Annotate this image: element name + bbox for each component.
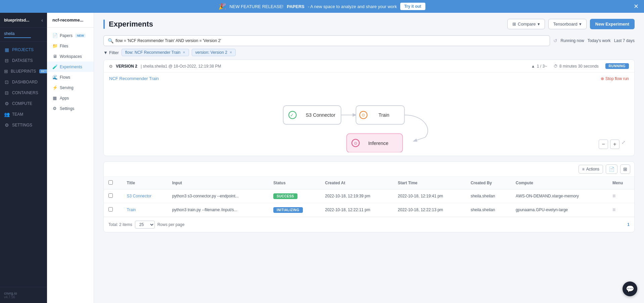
sidebar-item-datasets[interactable]: ⊟ DATASETS	[0, 55, 47, 66]
svg-text:✓: ✓	[290, 113, 294, 118]
secondary-item-flows[interactable]: 🌊 Flows	[47, 72, 94, 82]
settings-nav-icon: ⚙	[52, 106, 57, 111]
secondary-item-serving[interactable]: ⚡ Serving	[47, 82, 94, 93]
row-compute: AWS-ON-DEMAND.xlarge-memory	[511, 189, 608, 203]
chat-bubble[interactable]: 💬	[623, 281, 637, 296]
banner-icon: 🎉	[219, 3, 226, 10]
table-body: S3 Connector python3 s3-connector.py --e…	[104, 189, 634, 217]
row-checkbox[interactable]	[108, 193, 113, 198]
secondary-item-apps[interactable]: ▦ Apps	[47, 93, 94, 103]
sidebar-item-blueprints[interactable]: ⊞ BLUEPRINTS BETA	[0, 66, 47, 77]
row-compute: gpunaama.GPU-evelyn-large	[511, 203, 608, 217]
remove-filter-flow[interactable]: ×	[183, 50, 185, 55]
actions-button[interactable]: ≡ Actions	[579, 165, 603, 174]
secondary-sidebar: ncf-recomme... 📄 Papers NEW 📁 Files 🖥 Wo…	[47, 13, 94, 303]
total-label: Total: 2 items	[108, 222, 132, 227]
zoom-in-button[interactable]: +	[610, 140, 619, 149]
search-box[interactable]: 🔍	[103, 35, 550, 46]
filter-button[interactable]: ▼ Filter	[103, 50, 119, 55]
sidebar-item-team[interactable]: 👥 TEAM	[0, 109, 47, 120]
col-created-by: Created By	[466, 177, 511, 189]
team-icon: 👥	[4, 112, 9, 117]
col-created-at: Created At	[320, 177, 393, 189]
sidebar-item-label: CONTAINERS	[12, 90, 38, 95]
secondary-item-workspaces[interactable]: 🖥 Workspaces	[47, 51, 94, 62]
table-toolbar: ≡ Actions 📄 ⊞	[104, 162, 634, 177]
sidebar-item-dashboard[interactable]: ⊡ DASHBOARD	[0, 77, 47, 87]
page-header: Experiments ⊞ Compare ▾ Tensorboard ▾ Ne…	[94, 13, 644, 34]
secondary-item-papers[interactable]: 📄 Papers NEW	[47, 30, 94, 41]
last-7-days-filter[interactable]: Last 7 days	[614, 38, 635, 43]
experiment-card: ⊙ VERSION 2 | sheila.sheila1 @ 18-Oct-20…	[103, 60, 635, 156]
dashboard-icon: ⊡	[4, 79, 9, 85]
project-name: ncf-recomme...	[47, 13, 94, 28]
compare-button[interactable]: ⊞ Compare ▾	[507, 19, 545, 29]
rows-per-page-label: Rows per page	[157, 222, 185, 227]
secondary-item-settings[interactable]: ⚙ Settings	[47, 103, 94, 114]
row-menu-button[interactable]: ≡	[612, 193, 615, 199]
sidebar-item-label: PROJECTS	[12, 47, 34, 52]
projects-icon: ▦	[4, 47, 9, 52]
search-icon: 🔍	[108, 38, 113, 43]
brand-label: cnvrg.io	[4, 291, 43, 295]
main-content: Experiments ⊞ Compare ▾ Tensorboard ▾ Ne…	[94, 13, 644, 303]
todays-work-filter[interactable]: Today's work	[588, 38, 611, 43]
row-menu-button[interactable]: ≡	[612, 207, 615, 213]
filter-icon: ▼	[103, 50, 108, 55]
search-input[interactable]	[116, 38, 546, 43]
grid-view-button[interactable]: ⊞	[620, 164, 630, 174]
secondary-item-experiments[interactable]: 🧪 Experiments	[47, 62, 94, 72]
new-experiment-button[interactable]: New Experiment	[590, 19, 635, 29]
time-icon: ⏱	[554, 64, 558, 69]
sidebar-item-compute[interactable]: ⚙ COMPUTE	[0, 98, 47, 109]
export-button[interactable]: 📄	[606, 164, 617, 174]
version-meta: | sheila.sheila1 @ 18-Oct-2022, 12:19:38…	[141, 64, 221, 69]
table-header: Title Input Status Created At Start Time…	[104, 177, 634, 189]
row-title-link[interactable]: Train	[127, 207, 136, 212]
org-name: blueprintsd...	[4, 18, 29, 23]
tensorboard-button[interactable]: Tensorboard ▾	[548, 19, 587, 29]
table-row: Train python3 train.py --filename /input…	[104, 203, 634, 217]
try-it-out-button[interactable]: Try it out	[400, 3, 425, 10]
rows-per-page: Total: 2 items 25 50 100 Rows per page	[108, 221, 184, 229]
running-now-filter[interactable]: Running now	[561, 38, 584, 43]
sidebar-item-settings[interactable]: ⚙ SETTINGS	[0, 120, 47, 130]
flow-name-link[interactable]: NCF Recommender Train	[109, 76, 159, 81]
stop-flow-button[interactable]: ⊗ Stop flow run	[601, 76, 629, 81]
header-actions: ⊞ Compare ▾ Tensorboard ▾ New Experiment	[507, 19, 635, 29]
close-banner-button[interactable]: ✕	[634, 3, 639, 10]
sidebar-item-label: SETTINGS	[12, 123, 32, 127]
zoom-out-button[interactable]: −	[599, 140, 608, 149]
row-checkbox[interactable]	[108, 207, 113, 212]
page-number: 1	[627, 222, 630, 227]
blueprints-icon: ⊞	[4, 69, 8, 74]
banner-description: - A new space to analyze and share your …	[308, 4, 397, 9]
table-row: S3 Connector python3 s3-connector.py --e…	[104, 189, 634, 203]
secondary-item-files[interactable]: 📁 Files	[47, 41, 94, 51]
secondary-item-label: Flows	[60, 75, 70, 80]
papers-label: PAPERS	[287, 4, 305, 9]
remove-filter-version[interactable]: ×	[230, 50, 232, 55]
row-created-by: sheila.sheilan	[466, 203, 511, 217]
experiments-table-section: ≡ Actions 📄 ⊞ Title Input Status	[103, 161, 635, 232]
select-all-checkbox[interactable]	[108, 180, 113, 185]
row-start-time: 2022-10-18, 12:19:41 pm	[393, 189, 466, 203]
flow-canvas: NCF Recommender Train ⊗ Stop flow run ✓ …	[104, 73, 634, 156]
sidebar-item-projects[interactable]: ▦ PROJECTS	[0, 44, 47, 55]
app-body: blueprintsd... ‹ sheila ▦ PROJECTS ⊟ DAT…	[0, 13, 644, 303]
flow-diagram: ✓ S3 Connector ⊙ Train	[109, 85, 629, 152]
rows-per-page-select[interactable]: 25 50 100	[135, 221, 155, 229]
secondary-item-label: Settings	[60, 106, 74, 111]
row-created-at: 2022-10-18, 12:19:39 pm	[320, 189, 393, 203]
sidebar-item-containers[interactable]: ⊟ CONTAINERS	[0, 87, 47, 98]
sidebar-toggle-button[interactable]: ‹	[41, 17, 43, 23]
filter-tag-flow: flow: NCF Recommender Train ×	[122, 49, 189, 56]
row-title-link[interactable]: S3 Connector	[127, 194, 151, 198]
experiments-table: Title Input Status Created At Start Time…	[104, 177, 634, 217]
expand-icon[interactable]: ⤢	[622, 140, 626, 149]
chat-icon: 💬	[626, 285, 634, 293]
table-footer: Total: 2 items 25 50 100 Rows per page 1	[104, 217, 634, 232]
col-menu: Menu	[608, 177, 634, 189]
experiment-card-header: ⊙ VERSION 2 | sheila.sheila1 @ 18-Oct-20…	[104, 60, 634, 73]
refresh-icon[interactable]: ↺	[553, 38, 557, 43]
